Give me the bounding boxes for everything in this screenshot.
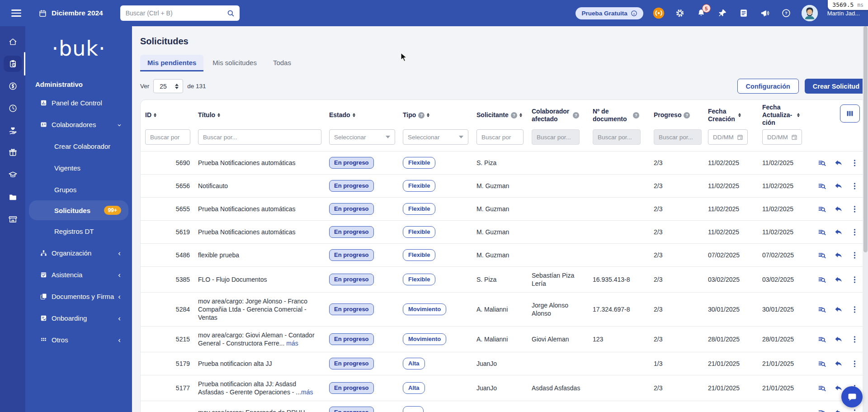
filter-id-input[interactable] (145, 129, 190, 145)
row-detail-button[interactable] (816, 180, 827, 191)
row-reply-button[interactable] (833, 358, 844, 369)
help-icon[interactable]: ? (511, 112, 517, 118)
trial-badge[interactable]: Prueba Gratuita (576, 7, 643, 19)
filter-estado-select[interactable]: Seleccionar (329, 129, 395, 145)
row-reply-button[interactable] (833, 250, 844, 260)
sort-icon[interactable] (797, 113, 800, 118)
row-menu-button[interactable] (849, 227, 860, 237)
column-header-progreso[interactable]: Progreso? (654, 111, 708, 119)
column-header-solicitante[interactable]: Solicitante? (476, 111, 532, 119)
row-reply-button[interactable] (833, 180, 844, 191)
configuration-button[interactable]: Configuración (737, 79, 799, 94)
rail-item-money-circle[interactable] (4, 78, 22, 94)
sort-icon[interactable] (217, 113, 220, 118)
help-icon[interactable]: ? (633, 112, 639, 118)
sort-icon[interactable] (427, 113, 429, 118)
row-reply-button[interactable] (833, 407, 844, 412)
pin-icon[interactable] (717, 7, 728, 19)
sidebar-item-solicitudes[interactable]: Solicitudes99+ (29, 200, 128, 220)
page-scrollbar[interactable] (863, 26, 868, 412)
global-search-input[interactable] (126, 9, 226, 17)
column-header-colaborador[interactable]: Colaborador afectado? (532, 108, 593, 123)
rail-item-gift[interactable] (4, 144, 22, 161)
sidebar-item-asistencia[interactable]: Asistencia (25, 264, 132, 285)
row-detail-button[interactable] (816, 157, 827, 168)
column-header-documento[interactable]: Nº de documento? (593, 108, 654, 123)
sidebar-item-onboarding[interactable]: Onboarding (25, 307, 132, 329)
row-detail-button[interactable] (816, 227, 827, 237)
sidebar-item-panel-de-control[interactable]: Panel de Control (25, 92, 132, 114)
period-selector[interactable]: Diciembre 2024 (38, 9, 103, 18)
sidebar-item-documentos-y-firma[interactable]: Documentos y Firma (25, 285, 132, 307)
row-detail-button[interactable] (816, 407, 827, 412)
rail-item-clipboard-clock[interactable] (4, 56, 22, 72)
user-avatar[interactable] (802, 5, 818, 21)
row-reply-button[interactable] (833, 204, 844, 214)
filter-solicitante-input[interactable] (476, 129, 524, 145)
row-detail-button[interactable] (816, 383, 827, 393)
rail-item-home[interactable] (4, 33, 22, 50)
sidebar-item-crear-colaborador[interactable]: Crear Colaborador (25, 135, 132, 157)
rail-item-graduation-cap[interactable] (4, 166, 22, 183)
column-header-tipo[interactable]: Tipo? (403, 111, 476, 119)
sort-icon[interactable] (519, 113, 522, 118)
column-header-fecha-actualizacion[interactable]: Fecha Actualiza-ción (762, 104, 816, 127)
filter-fecha-actualizacion-date[interactable] (762, 129, 802, 145)
row-menu-button[interactable] (849, 157, 860, 168)
scrollbar-thumb[interactable] (863, 26, 868, 252)
create-request-button[interactable]: Crear Solicitud (805, 79, 868, 94)
sort-icon[interactable] (738, 113, 741, 118)
filter-titulo-input[interactable] (198, 129, 321, 145)
sidebar-item-grupos[interactable]: Grupos (25, 179, 132, 200)
row-detail-button[interactable] (816, 274, 827, 285)
rail-item-storefront[interactable] (4, 211, 22, 227)
sidebar-item-organizacion[interactable]: Organización (25, 242, 132, 264)
row-reply-button[interactable] (833, 274, 844, 285)
rail-item-clock[interactable] (4, 100, 22, 116)
column-header-id[interactable]: ID (145, 111, 198, 119)
date-input[interactable] (767, 134, 791, 141)
row-reply-button[interactable] (833, 227, 844, 237)
help-icon[interactable]: ? (780, 7, 792, 19)
filter-fecha-creacion-date[interactable] (708, 129, 748, 145)
row-menu-button[interactable] (849, 274, 860, 285)
row-menu-button[interactable] (849, 250, 860, 260)
forms-note-icon[interactable] (738, 7, 750, 19)
user-name[interactable]: Martín Jad... (827, 10, 860, 17)
help-icon[interactable]: ? (573, 112, 579, 118)
chat-fab-button[interactable] (841, 386, 863, 407)
row-detail-button[interactable] (816, 358, 827, 369)
sort-icon[interactable] (353, 113, 355, 118)
expand-title-link[interactable]: más (286, 340, 298, 347)
announcements-megaphone-icon[interactable] (759, 7, 771, 19)
row-menu-button[interactable] (849, 358, 860, 369)
rail-item-folder[interactable] (4, 189, 22, 205)
sort-icon[interactable] (154, 113, 156, 118)
row-menu-button[interactable] (849, 407, 860, 412)
help-icon[interactable]: ? (418, 112, 425, 118)
filter-tipo-select[interactable]: Seleccionar (403, 129, 468, 145)
row-menu-button[interactable] (849, 304, 860, 315)
column-header-estado[interactable]: Estado (329, 111, 403, 119)
tab-mis-pendientes[interactable]: Mis pendientes (140, 55, 203, 71)
row-menu-button[interactable] (849, 334, 860, 345)
row-detail-button[interactable] (816, 204, 827, 214)
tab-todas[interactable]: Todas (266, 55, 298, 71)
sidebar-item-otros[interactable]: Otros (25, 329, 132, 350)
date-input[interactable] (713, 134, 736, 141)
row-reply-button[interactable] (833, 304, 844, 315)
help-icon[interactable]: ? (684, 112, 690, 118)
row-detail-button[interactable] (816, 334, 827, 345)
expand-title-link[interactable]: más (301, 388, 313, 396)
column-settings-button[interactable] (840, 104, 860, 123)
search-icon[interactable] (226, 9, 235, 18)
row-reply-button[interactable] (833, 157, 844, 168)
settings-gear-icon[interactable] (674, 7, 686, 19)
rail-item-hand-heart[interactable] (4, 122, 22, 138)
sidebar-item-vigentes[interactable]: Vigentes (25, 157, 132, 179)
row-detail-button[interactable] (816, 304, 827, 315)
notifications-bell-icon[interactable]: 5 (695, 7, 707, 19)
row-menu-button[interactable] (849, 204, 860, 214)
sidebar-item-registros-dt[interactable]: Registros DT (25, 220, 132, 242)
column-header-fecha-creacion[interactable]: Fecha Creación (708, 108, 762, 123)
